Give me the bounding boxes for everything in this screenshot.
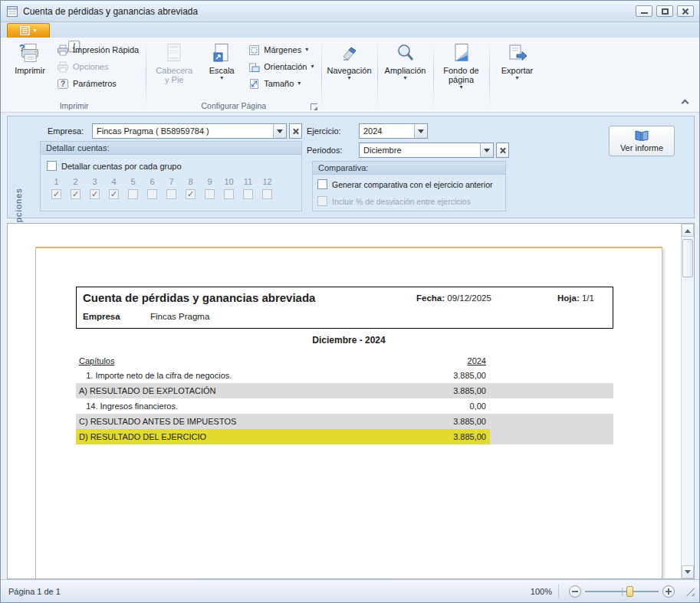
- chevron-down-icon: ▾: [305, 47, 308, 53]
- zoom-level: 100%: [531, 587, 552, 596]
- zoom-in-button[interactable]: [662, 585, 675, 598]
- report-company-label: Empresa: [83, 312, 120, 321]
- month-8-checkbox[interactable]: [186, 189, 196, 199]
- file-menu-button[interactable]: ▾: [7, 23, 50, 38]
- zoom-slider[interactable]: [585, 586, 659, 597]
- opciones-button[interactable]: Opciones: [54, 58, 142, 75]
- zoom-out-button[interactable]: [569, 585, 581, 598]
- svg-text:?: ?: [19, 43, 25, 54]
- ver-informe-button[interactable]: Ver informe: [609, 126, 675, 156]
- resize-grip[interactable]: [685, 586, 695, 596]
- month-7-checkbox[interactable]: [166, 189, 176, 199]
- chevron-down-icon: ▾: [220, 75, 223, 81]
- parametros-button[interactable]: ? Parámetros: [54, 75, 142, 92]
- detallar-cuentas-checkbox[interactable]: [47, 161, 57, 171]
- month-10-checkbox[interactable]: [224, 189, 234, 199]
- parameters-question-icon: ?: [57, 78, 69, 90]
- report-title: Cuenta de pérdidas y ganancias abreviada: [83, 291, 315, 304]
- report-page: Cuenta de pérdidas y ganancias abreviada…: [35, 247, 662, 579]
- report-company-value: Fincas Pragma: [150, 312, 209, 321]
- report-table: Capítulos 2024 1. Importe neto de la cif…: [76, 354, 613, 444]
- generar-comparativa-checkbox[interactable]: [317, 179, 327, 189]
- month-11-checkbox[interactable]: [243, 189, 253, 199]
- ver-informe-label: Ver informe: [620, 143, 663, 152]
- impresion-rapida-button[interactable]: Impresión Rápida: [54, 41, 142, 58]
- orientacion-label: Orientación: [264, 62, 307, 71]
- vertical-scrollbar[interactable]: [681, 224, 694, 578]
- chevron-down-icon: ▾: [403, 75, 406, 81]
- navegacion-button[interactable]: Navegación ▾: [326, 40, 373, 100]
- column-header-year: 2024: [468, 354, 486, 368]
- margenes-button[interactable]: Márgenes ▾: [245, 41, 317, 58]
- ejercicio-combobox[interactable]: 2024: [359, 123, 428, 139]
- group-separator: [321, 41, 322, 110]
- collapse-ribbon-button[interactable]: [679, 99, 690, 108]
- table-header-row: Capítulos 2024: [76, 354, 613, 368]
- month-6-checkbox[interactable]: [147, 189, 157, 199]
- status-bar: Página 1 de 1 100%: [1, 579, 699, 602]
- month-1-checkbox[interactable]: [51, 189, 61, 199]
- parametros-label: Parámetros: [73, 79, 117, 88]
- tamano-button[interactable]: Tamaño ▾: [245, 75, 317, 92]
- cabecera-y-pie-label: Cabecera y Pie: [153, 66, 196, 84]
- ribbon-group-fondo: Fondo de página ▾: [435, 39, 488, 112]
- month-4-checkbox[interactable]: [109, 189, 119, 199]
- orientacion-button[interactable]: Orientación ▾: [245, 58, 317, 75]
- scrollbar-thumb[interactable]: [682, 239, 693, 277]
- orientation-icon: [248, 61, 260, 73]
- page-background-icon: [452, 43, 471, 64]
- incluir-desviacion-label: Incluir % de desviación entre ejercicios: [332, 197, 471, 206]
- empresa-combobox[interactable]: Fincas Pragma ( B58959784 ): [92, 123, 287, 139]
- empresa-value: Fincas Pragma ( B58959784 ): [93, 124, 273, 138]
- scroll-up-button[interactable]: [682, 224, 694, 237]
- quick-print-icon: [57, 44, 69, 56]
- dialog-launcher-icon[interactable]: [311, 103, 317, 110]
- ribbon-group-configurar-pagina: Cabecera y Pie Escala ▾: [148, 39, 319, 112]
- imprimir-label: Imprimir: [15, 66, 45, 75]
- empresa-dropdown-icon[interactable]: [273, 124, 286, 138]
- detallar-cuentas-checkbox-label: Detallar cuentas por cada grupo: [61, 162, 182, 171]
- month-9-checkbox[interactable]: [205, 189, 215, 199]
- periodos-clear-button[interactable]: [496, 143, 509, 158]
- chevron-up-icon: [681, 100, 688, 107]
- group-separator: [433, 41, 434, 110]
- empresa-clear-button[interactable]: [289, 123, 302, 139]
- periodos-dropdown-icon[interactable]: [480, 143, 493, 157]
- page-size-icon: [248, 78, 260, 90]
- imprimir-button[interactable]: ? Imprimir: [6, 40, 54, 100]
- month-2-checkbox[interactable]: [71, 189, 81, 199]
- cabecera-y-pie-button[interactable]: Cabecera y Pie: [150, 40, 198, 100]
- month-cell: 12: [258, 177, 277, 199]
- arrow-down-icon: [685, 570, 691, 577]
- chevron-down-icon: ▾: [33, 28, 36, 34]
- escala-button[interactable]: Escala ▾: [198, 40, 245, 100]
- periodos-combobox[interactable]: Diciembre: [359, 143, 494, 158]
- group-label-imprimir: Imprimir: [4, 101, 144, 112]
- month-5-checkbox[interactable]: [128, 189, 138, 199]
- minimize-button[interactable]: [636, 5, 652, 17]
- month-cell: 5: [123, 177, 143, 199]
- fondo-de-pagina-button[interactable]: Fondo de página ▾: [438, 40, 485, 100]
- table-row: 1. Importe neto de la cifra de negocios.…: [76, 368, 613, 383]
- scroll-down-button[interactable]: [682, 565, 694, 578]
- ampliacion-button[interactable]: Ampliación ▾: [382, 40, 429, 100]
- report-preview-area[interactable]: Cuenta de pérdidas y ganancias abreviada…: [7, 223, 695, 579]
- ejercicio-dropdown-icon[interactable]: [414, 124, 427, 138]
- report-sheet-number: Hoja: 1/1: [557, 293, 594, 303]
- group-separator: [377, 41, 378, 110]
- zoom-slider-thumb[interactable]: [626, 586, 633, 597]
- margenes-label: Márgenes: [264, 45, 301, 54]
- month-12-checkbox[interactable]: [262, 189, 272, 199]
- chevron-down-icon: ▾: [311, 64, 314, 70]
- maximize-button[interactable]: [656, 5, 673, 17]
- incluir-desviacion-checkbox[interactable]: [317, 196, 327, 206]
- printer-icon: ?: [19, 43, 41, 64]
- svg-text:?: ?: [61, 80, 65, 88]
- month-3-checkbox[interactable]: [90, 189, 100, 199]
- exportar-button[interactable]: Exportar ▾: [494, 40, 541, 100]
- ribbon-group-ampliacion: Ampliación ▾: [380, 39, 432, 112]
- ribbon-tab-row: ▾: [1, 22, 699, 38]
- table-row-highlighted: D) RESULTADO DEL EJERCICIO 3.885,00: [76, 429, 613, 444]
- detallar-cuentas-groupbox: Detallar cuentas: Detallar cuentas por c…: [40, 141, 302, 211]
- close-button[interactable]: [677, 5, 694, 17]
